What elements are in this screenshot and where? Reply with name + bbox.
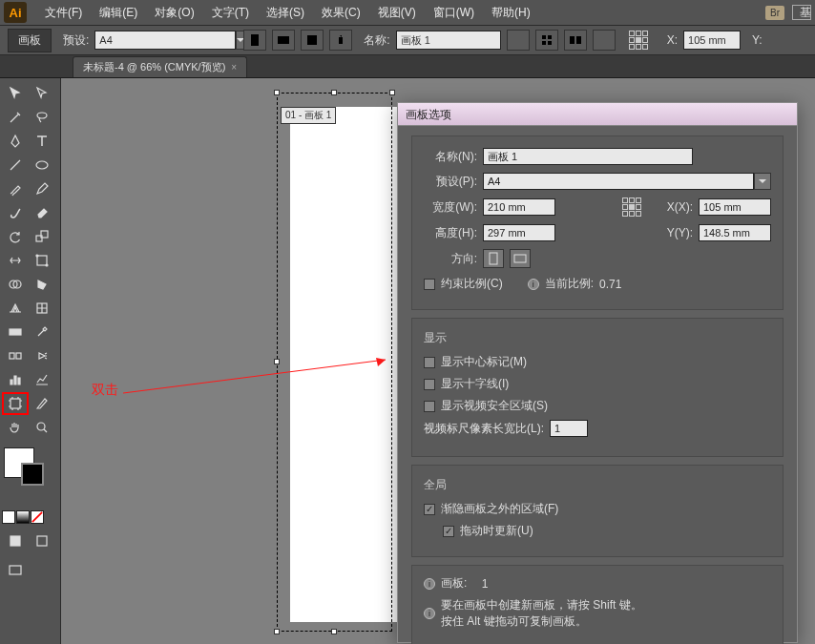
dlg-preset-select[interactable]: [483, 173, 771, 190]
dlg-xx-input[interactable]: [699, 198, 771, 216]
toolbox: [0, 78, 61, 644]
close-icon[interactable]: ×: [231, 62, 237, 73]
dlg-preset-value[interactable]: [483, 173, 754, 190]
constrain-label: 约束比例(C): [441, 276, 503, 292]
fade-outside-checkbox[interactable]: [424, 504, 435, 515]
handle-bm[interactable]: [331, 629, 337, 634]
graph-tool-icon[interactable]: [29, 368, 55, 391]
none-mode-icon[interactable]: [31, 510, 44, 524]
new-artboard-icon[interactable]: [301, 30, 324, 51]
eyedropper-tool-icon[interactable]: [29, 321, 55, 343]
rearrange-icon[interactable]: [564, 30, 587, 51]
menu-help[interactable]: 帮助(H): [483, 5, 539, 21]
options-icon[interactable]: [535, 30, 558, 51]
eraser-tool-icon[interactable]: [29, 201, 55, 224]
landscape-icon[interactable]: [272, 30, 295, 51]
symbol-sprayer-tool-icon[interactable]: [29, 344, 55, 367]
menu-view[interactable]: 视图(V): [369, 5, 425, 21]
bridge-button[interactable]: Br: [765, 6, 784, 20]
portrait-icon[interactable]: [243, 30, 266, 51]
move-artwork-icon[interactable]: [507, 30, 530, 51]
slice-tool-icon[interactable]: [29, 392, 55, 415]
magic-wand-tool-icon[interactable]: [2, 106, 29, 129]
menu-window[interactable]: 窗口(W): [425, 5, 483, 21]
draw-behind-icon[interactable]: [29, 530, 55, 552]
document-tab[interactable]: 未标题-4 @ 66% (CMYK/预览) ×: [73, 56, 247, 77]
rotate-tool-icon[interactable]: [2, 225, 29, 248]
preset-input[interactable]: [94, 31, 236, 50]
dlg-height-input[interactable]: [483, 224, 555, 241]
live-paint-tool-icon[interactable]: [29, 273, 55, 296]
menu-edit[interactable]: 编辑(E): [91, 5, 146, 21]
lasso-tool-icon[interactable]: [29, 106, 55, 129]
chevron-down-icon[interactable]: [754, 173, 771, 190]
name-input[interactable]: [396, 31, 501, 50]
preset-dropdown[interactable]: [94, 31, 238, 50]
video-ruler-input[interactable]: [550, 420, 588, 437]
line-tool-icon[interactable]: [2, 154, 29, 177]
stroke-swatch[interactable]: [21, 463, 44, 486]
handle-tr[interactable]: [389, 90, 395, 95]
menu-select[interactable]: 选择(S): [258, 5, 313, 21]
blob-brush-tool-icon[interactable]: [2, 201, 29, 224]
show-cross-checkbox[interactable]: [424, 379, 435, 390]
grid-icon[interactable]: [593, 30, 616, 51]
direct-selection-tool-icon[interactable]: [29, 82, 55, 105]
draw-normal-icon[interactable]: [2, 530, 29, 552]
pen-tool-icon[interactable]: [2, 130, 29, 153]
constrain-checkbox[interactable]: [424, 279, 435, 290]
handle-bl[interactable]: [274, 629, 280, 634]
shape-builder-tool-icon[interactable]: [2, 273, 29, 296]
color-mode-icon[interactable]: [2, 510, 15, 524]
annotation-text: 双击: [92, 382, 118, 399]
svg-rect-22: [10, 399, 20, 408]
reference-point-icon[interactable]: [629, 31, 648, 50]
dlg-yy-input[interactable]: [699, 224, 771, 241]
x-input[interactable]: [683, 31, 741, 50]
dlg-name-input[interactable]: [483, 148, 693, 165]
portrait-icon[interactable]: [483, 249, 504, 268]
essentials-label[interactable]: 基: [800, 5, 811, 21]
tip1: 要在画板中创建新画板，请按 Shift 键。: [441, 597, 642, 613]
color-swatches[interactable]: [2, 446, 58, 495]
info-icon: i: [424, 578, 435, 590]
info-icon: i: [424, 608, 435, 619]
artboard-tool-icon[interactable]: [2, 392, 29, 415]
delete-artboard-icon[interactable]: [329, 30, 352, 51]
mesh-tool-icon[interactable]: [29, 297, 55, 320]
control-bar: 画板 预设: 名称: X: Y:: [0, 25, 815, 55]
dlg-orient-label: 方向:: [424, 251, 477, 267]
hand-tool-icon[interactable]: [2, 416, 29, 439]
menu-object[interactable]: 对象(O): [146, 5, 202, 21]
ellipse-tool-icon[interactable]: [29, 154, 55, 177]
screen-mode-icon[interactable]: [2, 559, 29, 582]
handle-tm[interactable]: [331, 90, 337, 95]
reference-point-icon[interactable]: [622, 197, 641, 217]
width-tool-icon[interactable]: [2, 249, 29, 272]
gradient-mode-icon[interactable]: [16, 510, 30, 524]
tip2: 按住 Alt 键拖动可复制画板。: [441, 613, 642, 630]
selection-tool-icon[interactable]: [2, 82, 29, 105]
svg-rect-25: [37, 536, 47, 546]
zoom-tool-icon[interactable]: [29, 416, 55, 439]
column-graph-tool-icon[interactable]: [2, 368, 29, 391]
artboard-label[interactable]: 01 - 画板 1: [281, 107, 336, 124]
landscape-icon[interactable]: [510, 249, 531, 268]
menu-effect[interactable]: 效果(C): [313, 5, 369, 21]
pencil-tool-icon[interactable]: [29, 177, 55, 200]
scale-tool-icon[interactable]: [29, 225, 55, 248]
update-drag-checkbox[interactable]: [443, 526, 454, 537]
dlg-width-input[interactable]: [483, 198, 555, 216]
blend-tool-icon[interactable]: [2, 344, 29, 367]
paintbrush-tool-icon[interactable]: [2, 177, 29, 200]
show-center-checkbox[interactable]: [424, 357, 435, 368]
show-safe-checkbox[interactable]: [424, 401, 435, 412]
menu-file[interactable]: 文件(F): [36, 5, 91, 21]
perspective-grid-tool-icon[interactable]: [2, 297, 29, 320]
gradient-tool-icon[interactable]: [2, 321, 29, 343]
dlg-xx-label: X(X):: [655, 200, 693, 214]
free-transform-tool-icon[interactable]: [29, 249, 55, 272]
type-tool-icon[interactable]: [29, 130, 55, 153]
menu-text[interactable]: 文字(T): [203, 5, 258, 21]
handle-tl[interactable]: [274, 90, 280, 95]
